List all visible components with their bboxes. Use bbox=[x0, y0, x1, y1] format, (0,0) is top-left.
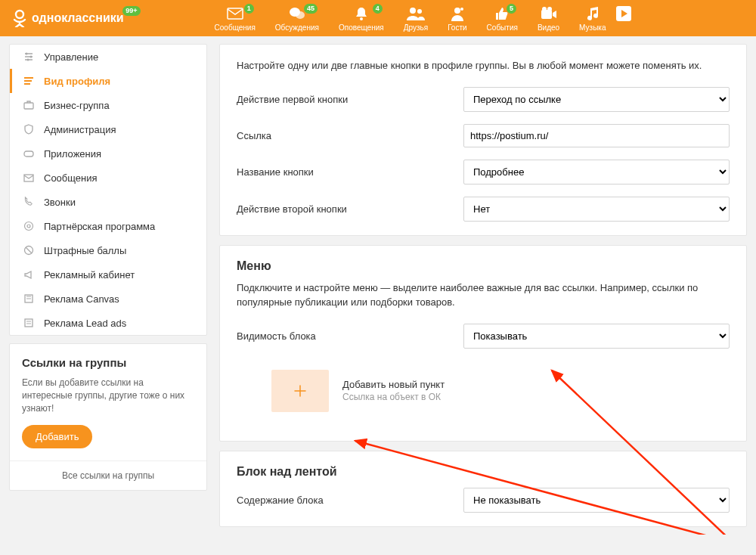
svg-point-5 bbox=[410, 8, 416, 14]
nav-music[interactable]: Музыка bbox=[579, 5, 606, 32]
sidebar-item-label: Управление bbox=[44, 51, 98, 63]
svg-point-14 bbox=[30, 56, 33, 58]
shield-icon bbox=[23, 123, 35, 135]
sidebar-item-label: Партнёрская программа bbox=[44, 221, 155, 232]
field-label-action1: Действие первой кнопки bbox=[237, 94, 463, 105]
settings-sidebar: Управление Вид профиля Бизнес-группа Адм… bbox=[9, 44, 207, 336]
select-visibility[interactable]: Показывать bbox=[463, 324, 730, 349]
svg-point-20 bbox=[27, 225, 30, 228]
field-label-link: Ссылка bbox=[237, 130, 463, 141]
sidebar-item-canvas[interactable]: Реклама Canvas bbox=[10, 287, 206, 311]
svg-rect-1 bbox=[228, 8, 243, 19]
menu-section: Меню Подключите и настройте меню — выдел… bbox=[219, 245, 747, 442]
field-label-visibility: Видимость блока bbox=[237, 330, 463, 342]
svg-point-0 bbox=[16, 11, 23, 18]
music-icon bbox=[584, 5, 602, 22]
svg-rect-17 bbox=[24, 151, 33, 157]
svg-point-10 bbox=[542, 7, 547, 11]
guest-icon bbox=[448, 5, 466, 22]
svg-point-4 bbox=[360, 17, 363, 20]
field-label-button-name: Название кнопки bbox=[237, 166, 463, 178]
megaphone-icon bbox=[23, 268, 35, 281]
briefcase-icon bbox=[23, 99, 35, 111]
sidebar-item-label: Рекламный кабинет bbox=[44, 269, 135, 281]
top-header: одноклассники 99+ 1 Сообщения 45 Обсужде… bbox=[0, 0, 756, 36]
sidebar-item-label: Сообщения bbox=[44, 172, 98, 184]
ban-icon bbox=[23, 244, 35, 256]
video-icon bbox=[540, 5, 558, 22]
feed-section-title: Блок над лентой bbox=[237, 465, 730, 479]
links-promo-box: Ссылки на группы Если вы добавите ссылки… bbox=[9, 343, 207, 491]
feed-block-section: Блок над лентой Содержание блока Не пока… bbox=[219, 451, 747, 527]
gamepad-icon bbox=[23, 147, 35, 160]
nav-play[interactable] bbox=[615, 5, 633, 22]
brand-logo[interactable]: одноклассники 99+ bbox=[12, 9, 124, 27]
links-box-title: Ссылки на группы bbox=[22, 356, 194, 369]
sidebar-item-label: Реклама Canvas bbox=[44, 293, 119, 305]
sidebar-item-label: Штрафные баллы bbox=[44, 245, 126, 256]
people-icon bbox=[407, 5, 425, 22]
select-button-name[interactable]: Подробнее bbox=[463, 160, 730, 184]
nav-guests[interactable]: Гости bbox=[448, 5, 466, 32]
sidebar-item-label: Администрация bbox=[44, 124, 116, 135]
input-link[interactable] bbox=[463, 124, 730, 147]
sidebar-item-label: Реклама Lead ads bbox=[44, 318, 126, 329]
sidebar-item-apps[interactable]: Приложения bbox=[10, 141, 206, 166]
menu-section-desc: Подключите и настройте меню — выделите н… bbox=[237, 281, 730, 310]
buttons-section: Настройте одну или две главные кнопки в … bbox=[219, 44, 747, 236]
ok-logo-icon bbox=[12, 9, 27, 27]
sidebar-item-leadads[interactable]: Реклама Lead ads bbox=[10, 311, 206, 335]
form-icon bbox=[23, 317, 35, 329]
nav-discussions[interactable]: 45 Обсуждения bbox=[275, 5, 319, 32]
svg-point-13 bbox=[26, 53, 28, 55]
select-action2[interactable]: Нет bbox=[463, 197, 730, 222]
select-feed-content[interactable]: Не показывать bbox=[463, 488, 730, 513]
plus-icon bbox=[293, 383, 308, 398]
nav-video[interactable]: Видео bbox=[538, 5, 559, 32]
sidebar-item-label: Бизнес-группа bbox=[44, 100, 110, 111]
brand-text: одноклассники bbox=[32, 11, 124, 25]
sidebar-item-label: Звонки bbox=[44, 197, 76, 208]
sidebar-item-ads-cabinet[interactable]: Рекламный кабинет bbox=[10, 262, 206, 287]
svg-rect-23 bbox=[25, 319, 33, 327]
field-label-action2: Действие второй кнопки bbox=[237, 203, 463, 215]
nav-notifications[interactable]: 4 Оповещения bbox=[339, 5, 384, 32]
add-menu-item-subtitle: Ссылка на объект в ОК bbox=[342, 392, 445, 402]
all-links-link[interactable]: Все ссылки на группы bbox=[10, 460, 206, 490]
menu-section-title: Меню bbox=[237, 259, 730, 273]
sidebar-item-penalty[interactable]: Штрафные баллы bbox=[10, 238, 206, 262]
envelope-icon bbox=[226, 5, 244, 22]
buttons-section-desc: Настройте одну или две главные кнопки в … bbox=[237, 58, 730, 73]
links-box-desc: Если вы добавите ссылки на интересные гр… bbox=[22, 377, 194, 414]
svg-point-11 bbox=[547, 7, 552, 11]
list-icon bbox=[23, 75, 35, 87]
nav-messages[interactable]: 1 Сообщения bbox=[215, 5, 256, 32]
nav-friends[interactable]: Друзья bbox=[404, 5, 428, 32]
svg-point-19 bbox=[25, 222, 33, 231]
sliders-icon bbox=[23, 51, 35, 63]
svg-point-15 bbox=[27, 59, 29, 61]
sidebar-item-business[interactable]: Бизнес-группа bbox=[10, 93, 206, 117]
svg-point-8 bbox=[460, 8, 463, 11]
sidebar-item-admin[interactable]: Администрация bbox=[10, 117, 206, 141]
sidebar-item-partner[interactable]: Партнёрская программа bbox=[10, 214, 206, 238]
brand-badge: 99+ bbox=[122, 6, 140, 16]
play-icon bbox=[615, 5, 633, 22]
sidebar-item-label: Вид профиля bbox=[44, 76, 110, 87]
sidebar-item-messages[interactable]: Сообщения bbox=[10, 166, 206, 190]
canvas-icon bbox=[23, 293, 35, 305]
nav-events[interactable]: 5 События bbox=[487, 5, 518, 32]
sidebar-item-profile-view[interactable]: Вид профиля bbox=[10, 69, 206, 93]
select-action1[interactable]: Переход по ссылке bbox=[463, 87, 730, 112]
sidebar-item-calls[interactable]: Звонки bbox=[10, 190, 206, 214]
svg-point-3 bbox=[296, 11, 305, 19]
add-link-button[interactable]: Добавить bbox=[22, 425, 92, 448]
sidebar-item-management[interactable]: Управление bbox=[10, 45, 206, 69]
add-menu-item-tile[interactable] bbox=[271, 370, 329, 412]
svg-point-6 bbox=[417, 9, 422, 14]
mail-icon bbox=[23, 172, 35, 184]
header-nav: 1 Сообщения 45 Обсуждения 4 Оповещения Д… bbox=[215, 5, 634, 32]
phone-icon bbox=[23, 196, 35, 208]
svg-rect-16 bbox=[24, 103, 33, 109]
add-menu-item-title: Добавить новый пункт bbox=[342, 379, 445, 390]
